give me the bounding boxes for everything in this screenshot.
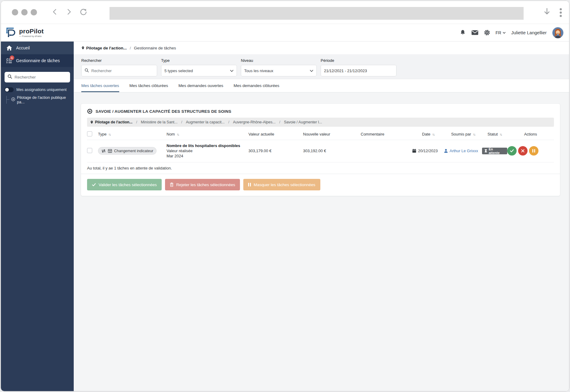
sidebar-tree-item[interactable]: Pilotage de l'action publique pa... xyxy=(6,95,74,104)
app-name: proPilot xyxy=(19,28,44,34)
location-pin-icon xyxy=(90,120,93,124)
url-bar[interactable] xyxy=(110,7,524,20)
level-filter-label: Niveau xyxy=(241,58,317,63)
trash-icon xyxy=(170,183,174,187)
tab-label: Mes tâches ouvertes xyxy=(81,83,119,88)
language-code: FR xyxy=(496,30,501,35)
validate-selected-button[interactable]: Valider les tâches sélectionnées xyxy=(87,179,162,190)
sort-icon[interactable]: ↑↓ xyxy=(108,132,110,136)
col-current-value: Valeur actuelle xyxy=(248,132,274,136)
tab-mes-taches-ouvertes[interactable]: Mes tâches ouvertes xyxy=(81,79,119,92)
messages-envelope-icon[interactable] xyxy=(471,30,478,35)
search-filter-input[interactable] xyxy=(91,69,154,73)
forward-icon[interactable] xyxy=(66,8,72,16)
card-title-row: SAVOIE / AUGMENTER LA CAPACITÉ DES STRUC… xyxy=(87,109,554,114)
table-header: Type↑↓ Nom↑↓ Valeur actuelle Nouvelle va… xyxy=(87,129,554,140)
task-tabs: Mes tâches ouvertes Mes tâches clôturées… xyxy=(74,79,569,92)
reject-button[interactable] xyxy=(518,146,528,156)
level-filter-select[interactable]: Tous les niveaux xyxy=(241,65,317,76)
window-control-dot[interactable] xyxy=(12,9,18,15)
mask-label: Masquer les tâches sélectionnées xyxy=(254,183,315,187)
user-name[interactable]: Juliette Langellier xyxy=(511,30,547,35)
type-filter-value: 5 types selected xyxy=(164,69,193,73)
submitter-link[interactable]: Arthur Le Grixxx xyxy=(450,149,478,153)
hourglass-icon xyxy=(484,149,487,152)
path-item[interactable]: Auvergne-Rhône-Alpes... xyxy=(233,120,275,124)
assignments-toggle-switch[interactable] xyxy=(5,87,14,92)
sidebar-item-accueil[interactable]: Accueil xyxy=(1,42,74,54)
task-period: Mar 2024 xyxy=(167,153,248,159)
type-badge-label: Changement indicateur xyxy=(114,149,153,153)
reload-icon[interactable] xyxy=(79,8,87,17)
path-item[interactable]: Augmenter la capacit... xyxy=(186,120,225,124)
col-new-value: Nouvelle valeur xyxy=(303,132,330,136)
summary-row: Au total, il y ae 1 tâches en attente de… xyxy=(81,162,560,174)
chevron-down-icon xyxy=(310,70,313,72)
user-avatar[interactable] xyxy=(552,27,564,39)
sort-icon[interactable]: ↑↓ xyxy=(177,132,179,136)
home-icon xyxy=(6,45,12,51)
type-badge: Changement indicateur xyxy=(98,147,157,155)
assignments-toggle-row: Mes assignations uniquement xyxy=(5,87,70,92)
current-value: 303,179.00 € xyxy=(248,149,303,153)
app-tagline: — Powered by dFakto xyxy=(19,35,44,38)
row-actions xyxy=(507,146,554,156)
sidebar-item-gestionnaire[interactable]: 1 Gestionnaire de tâches xyxy=(1,54,74,67)
reject-selected-button[interactable]: Rejeter les tâches sélectionnées xyxy=(165,179,240,190)
col-date: Date xyxy=(422,132,430,136)
notifications-bell-icon[interactable] xyxy=(460,29,466,36)
location-pin-icon xyxy=(81,46,85,50)
search-icon xyxy=(8,74,12,80)
main-area: Pilotage de l'action... / Gestionnaire d… xyxy=(74,42,569,391)
level-filter-value: Tous les niveaux xyxy=(244,69,273,73)
period-filter-input[interactable] xyxy=(324,69,393,73)
type-filter-select[interactable]: 5 types selected xyxy=(161,65,237,76)
tab-mes-demandes-cloturees[interactable]: Mes demandes clôturées xyxy=(234,79,279,92)
window-controls xyxy=(12,9,37,15)
approve-button[interactable] xyxy=(507,146,517,156)
download-icon[interactable] xyxy=(543,8,551,17)
path-separator: / xyxy=(228,120,230,124)
date-value: 20/12/2023 xyxy=(418,149,438,153)
breadcrumb-root[interactable]: Pilotage de l'action... xyxy=(81,46,127,50)
card-breadcrumb-root[interactable]: Pilotage de l'action... xyxy=(90,120,133,124)
assignments-toggle-label: Mes assignations uniquement xyxy=(16,88,66,92)
path-separator: / xyxy=(180,120,183,124)
breadcrumb-separator: / xyxy=(129,46,132,50)
sort-icon[interactable]: ↑↓ xyxy=(473,132,475,136)
back-icon[interactable] xyxy=(52,8,58,16)
tab-mes-demandes-ouvertes[interactable]: Mes demandes ouvertes xyxy=(178,79,223,92)
path-item[interactable]: Ministère de la Sant... xyxy=(141,120,177,124)
card-breadcrumb: Pilotage de l'action... / Ministère de l… xyxy=(87,118,554,127)
propilot-logo-icon xyxy=(5,26,17,39)
person-icon xyxy=(444,149,448,153)
window-control-dot[interactable] xyxy=(21,9,28,15)
chevron-down-icon xyxy=(503,32,506,34)
status-badge: En attente xyxy=(482,148,507,154)
task-list-icon: 1 xyxy=(6,58,12,63)
sidebar-search-input[interactable] xyxy=(15,75,67,79)
settings-gear-icon[interactable] xyxy=(484,29,490,36)
language-selector[interactable]: FR xyxy=(496,30,506,35)
sort-icon[interactable]: ↑↓ xyxy=(432,132,434,136)
tab-mes-taches-cloturees[interactable]: Mes tâches clôturées xyxy=(130,79,168,92)
pause-button[interactable] xyxy=(529,146,538,156)
app-logo[interactable]: proPilot — Powered by dFakto xyxy=(5,26,44,39)
path-item[interactable]: Savoie / Augmenter l... xyxy=(284,120,322,124)
app-header: proPilot — Powered by dFakto FR Juliette… xyxy=(1,24,569,42)
pause-icon xyxy=(532,149,535,152)
mask-selected-button[interactable]: Masquer les tâches sélectionnées xyxy=(243,179,320,190)
sidebar: Accueil 1 Gestionnaire de tâches Mes ass… xyxy=(1,42,74,391)
sort-icon[interactable]: ↑↓ xyxy=(500,132,502,136)
submitter-cell[interactable]: Arthur Le Grixxx xyxy=(444,149,482,153)
expand-plus-icon[interactable] xyxy=(11,97,15,102)
period-filter[interactable] xyxy=(321,65,396,76)
task-name[interactable]: Nombre de lits hospitaliers disponibles xyxy=(167,143,248,148)
browser-menu-icon[interactable] xyxy=(560,8,562,17)
calendar-icon xyxy=(412,149,416,153)
table-grid-icon xyxy=(108,149,112,153)
window-control-dot[interactable] xyxy=(31,9,37,15)
status-label: En attente xyxy=(489,147,505,155)
select-all-checkbox[interactable] xyxy=(87,131,92,136)
row-checkbox[interactable] xyxy=(87,148,92,153)
